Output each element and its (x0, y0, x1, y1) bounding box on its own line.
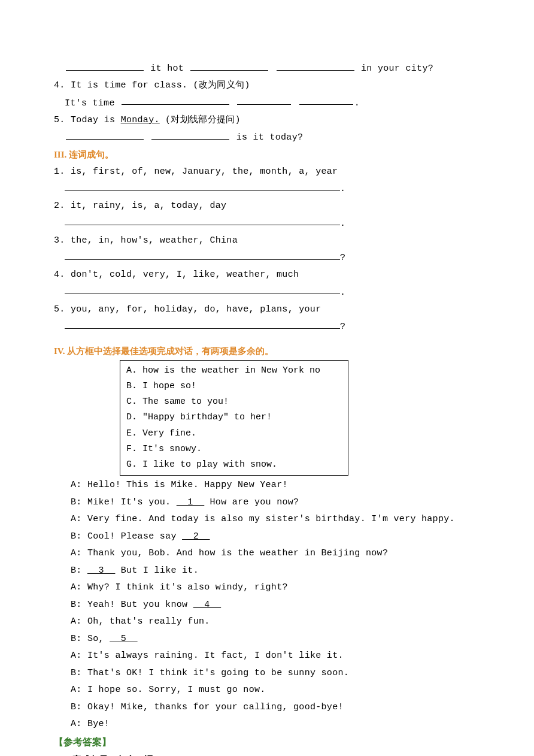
blank (65, 249, 340, 260)
q4-line: It's time . (54, 95, 480, 112)
fill-blank[interactable]: 2 (182, 531, 210, 542)
iii-item: 4. don't, cold, very, I, like, weather, … (54, 267, 480, 284)
q5-prompt: 5. Today is Monday. (对划线部分提问) (54, 112, 480, 129)
q3-text-a: it hot (150, 63, 184, 74)
section-iv-title: IV. 从方框中选择最佳选项完成对话，有两项是多余的。 (54, 343, 480, 360)
options-box: A. how is the weather in New York no B. … (120, 360, 348, 476)
blank (237, 95, 291, 105)
blank (65, 215, 340, 226)
iii-blank-line: ? (54, 249, 480, 267)
option: F. It's snowy. (126, 441, 342, 457)
q5-a: 5. Today is (54, 115, 121, 125)
dialog-line: A: Oh, that's really fun. (71, 613, 480, 631)
q4-prompt: 4. It is time for class. (改为同义句) (54, 77, 480, 95)
blank (151, 129, 229, 140)
punct: . (340, 218, 345, 228)
q5-tail: is it today? (236, 132, 304, 143)
q3-line: it hot in your city? (54, 60, 480, 77)
blank (66, 129, 144, 140)
dialog-line: A: Very fine. And today is also my siste… (71, 511, 480, 528)
blank (299, 95, 353, 105)
iii-blank-line: ? (54, 318, 480, 335)
iii-blank-line: . (54, 284, 480, 301)
option: E. Very fine. (126, 426, 342, 441)
iii-item: 1. is, first, of, new, January, the, mon… (54, 164, 480, 181)
option: D. "Happy birthday" to her! (126, 410, 342, 425)
option: G. I like to play with snow. (126, 457, 342, 473)
iii-blank-line: . (54, 180, 480, 198)
dialog-line: B: Cool! Please say 2 (71, 528, 480, 546)
q5-under: Monday. (121, 115, 160, 125)
blank (65, 284, 340, 295)
dialog-line: A: Thank you, Bob. And how is the weathe… (71, 545, 480, 563)
blank (190, 60, 268, 71)
blank (277, 60, 354, 71)
punct: ? (340, 322, 345, 332)
punct: . (340, 287, 345, 297)
dialog-line: B: So, 5 (71, 631, 480, 648)
blank (65, 318, 340, 329)
dialog-line: B: That's OK! I think it's going to be s… (71, 665, 480, 682)
option: A. how is the weather in New York no (126, 363, 342, 379)
dialog-line: A: Why? I think it's also windy, right? (71, 579, 480, 597)
fill-blank[interactable]: 1 (177, 497, 205, 507)
dialog-line: B: Okay! Mike, thanks for your calling, … (71, 699, 480, 716)
blank (65, 180, 340, 191)
section-iii-title: III. 连词成句。 (54, 146, 480, 164)
fill-blank[interactable]: 4 (193, 600, 222, 610)
iii-item: 2. it, rainy, is, a, today, day (54, 198, 480, 215)
blank (66, 60, 144, 71)
punct: ? (340, 253, 345, 263)
option: B. I hope so! (126, 379, 342, 394)
dialog-line: B: 3 But I like it. (71, 563, 480, 580)
fill-blank[interactable]: 5 (110, 634, 138, 644)
q4-stub: It's time (65, 98, 115, 108)
q5-b: (对划线部分提问) (160, 115, 241, 125)
punct: . (340, 184, 345, 194)
dialog-line: A: It's always raining. It fact, I don't… (71, 648, 480, 665)
dialog-line: B: Mike! It's you. 1 How are you now? (71, 494, 480, 512)
dialog-line: A: Hello! This is Mike. Happy New Year! (71, 477, 480, 494)
iii-item: 3. the, in, how's, weather, China (54, 232, 480, 250)
dialog-line: A: I hope so. Sorry, I must go now. (71, 682, 480, 699)
fill-blank[interactable]: 3 (87, 566, 116, 576)
answers-subtitle: I. 完成句子，每空一词。 (54, 751, 480, 756)
iii-item: 5. you, any, for, holiday, do, have, pla… (54, 301, 480, 319)
q3-text-b: in your city? (361, 63, 433, 74)
option: C. The same to you! (126, 394, 342, 410)
answers-title: 【参考答案】 (54, 733, 480, 751)
blank (122, 95, 229, 105)
iii-blank-line: . (54, 215, 480, 232)
dialog-line: A: Bye! (71, 716, 480, 733)
dialog-line: B: Yeah! But you know 4 (71, 597, 480, 614)
q5-line: is it today? (54, 129, 480, 146)
